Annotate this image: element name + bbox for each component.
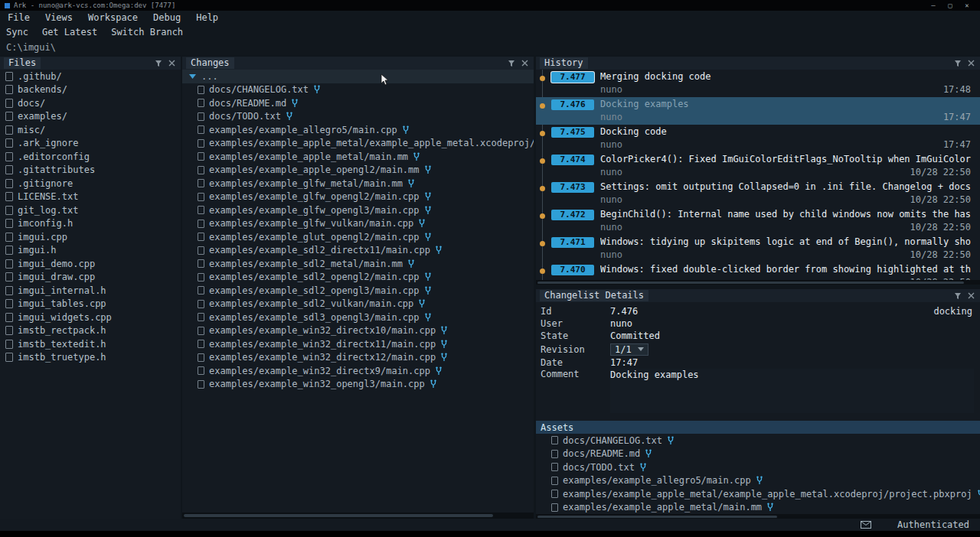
- timeline-dot: [540, 268, 545, 274]
- changelist-details-panel: Changelist Details Id 7.476 docking User…: [536, 289, 980, 421]
- toolbar-button[interactable]: Switch Branch: [111, 27, 183, 37]
- file-tree-item[interactable]: .editorconfig: [0, 150, 181, 164]
- commit-author: nuno: [600, 194, 622, 205]
- file-icon: [5, 259, 13, 268]
- maximize-icon[interactable]: ▢: [942, 2, 959, 9]
- file-name: imstb_rectpack.h: [18, 325, 106, 336]
- asset-path: docs/TODO.txt: [563, 462, 635, 473]
- file-tree-item[interactable]: LICENSE.txt: [0, 190, 181, 204]
- changed-file-row[interactable]: examples/example_glut_opengl2/main.cpp: [182, 230, 534, 244]
- asset-row[interactable]: docs/CHANGELOG.txt: [536, 434, 980, 447]
- changed-file-row[interactable]: examples/example_apple_metal/main.mm: [182, 150, 534, 164]
- changed-file-row[interactable]: examples/example_sdl2_directx11/main.cpp: [182, 244, 534, 258]
- asset-row[interactable]: docs/TODO.txt: [536, 461, 980, 474]
- close-panel-icon[interactable]: [166, 58, 177, 68]
- changed-file-row[interactable]: examples/example_glfw_vulkan/main.cpp: [182, 217, 534, 231]
- file-tree-item[interactable]: imgui_draw.cpp: [0, 271, 181, 285]
- menu-item[interactable]: Help: [196, 12, 218, 23]
- revision-value: 1/1: [615, 344, 632, 355]
- menu-item[interactable]: Workspace: [88, 12, 138, 23]
- file-tree-item[interactable]: backends/: [0, 83, 181, 97]
- files-panel-header: Files: [0, 57, 181, 70]
- changes-root-row[interactable]: ...: [182, 70, 534, 83]
- scrollbar-thumb[interactable]: [537, 516, 777, 518]
- file-tree-item[interactable]: imgui.cpp: [0, 230, 181, 244]
- file-tree-item[interactable]: docs/: [0, 96, 181, 110]
- filter-icon[interactable]: [952, 58, 963, 68]
- file-tree-item[interactable]: .gitignore: [0, 177, 181, 190]
- file-tree-item[interactable]: misc/: [0, 123, 181, 137]
- file-tree-item[interactable]: imgui_demo.cpp: [0, 257, 181, 271]
- changed-file-row[interactable]: examples/example_win32_directx10/main.cp…: [182, 324, 534, 338]
- changed-file-row[interactable]: examples/example_glfw_metal/main.mm: [182, 177, 534, 190]
- menu-item[interactable]: File: [8, 12, 30, 23]
- changed-file-row[interactable]: docs/CHANGELOG.txt: [182, 83, 534, 97]
- history-entry[interactable]: 7.474 ColorPicker4(): Fixed ImGuiColorEd…: [536, 152, 980, 180]
- revision-badge: 7.475: [551, 127, 594, 138]
- file-tree-item[interactable]: git_log.txt: [0, 203, 181, 217]
- asset-row[interactable]: examples/example_apple_metal/main.mm: [536, 501, 980, 515]
- horizontal-scrollbar[interactable]: [536, 280, 980, 285]
- changed-file-row[interactable]: examples/example_glfw_opengl3/main.cpp: [182, 203, 534, 217]
- changed-file-row[interactable]: examples/example_sdl2_metal/main.mm: [182, 257, 534, 271]
- changed-file-row[interactable]: examples/example_sdl2_opengl2/main.cpp: [182, 271, 534, 285]
- changed-file-row[interactable]: examples/example_win32_directx12/main.cp…: [182, 351, 534, 365]
- close-panel-icon[interactable]: [965, 291, 976, 301]
- file-tree-item[interactable]: imstb_truetype.h: [0, 351, 181, 365]
- changed-file-row[interactable]: examples/example_win32_directx9/main.cpp: [182, 364, 534, 378]
- file-tree-item[interactable]: imgui.h: [0, 244, 181, 258]
- file-tree-item[interactable]: imgui_tables.cpp: [0, 298, 181, 311]
- asset-row[interactable]: examples/example_allegro5/main.cpp: [536, 474, 980, 488]
- history-entry[interactable]: 7.475 Docking code nuno 17:47: [536, 125, 980, 152]
- changed-file-row[interactable]: examples/example_sdl2_vulkan/main.cpp: [182, 298, 534, 311]
- changed-file-row[interactable]: examples/example_glfw_opengl2/main.cpp: [182, 190, 534, 204]
- changed-file-row[interactable]: examples/example_apple_metal/example_app…: [182, 137, 534, 151]
- history-entry[interactable]: 7.477 Merging docking code nuno 17:48: [536, 70, 980, 97]
- file-name: imgui_widgets.cpp: [18, 312, 112, 323]
- changed-file-row[interactable]: examples/example_win32_directx11/main.cp…: [182, 337, 534, 351]
- close-panel-icon[interactable]: [965, 58, 976, 68]
- file-tree-item[interactable]: .github/: [0, 70, 181, 83]
- history-entry[interactable]: 7.476 Docking examples nuno 17:47: [536, 97, 980, 125]
- file-tree-item[interactable]: imconfig.h: [0, 217, 181, 231]
- history-entry[interactable]: 7.470 Windows: fixed double-clicked bord…: [536, 262, 980, 280]
- file-tree-item[interactable]: imgui_widgets.cpp: [0, 311, 181, 324]
- file-tree-item[interactable]: imstb_rectpack.h: [0, 324, 181, 338]
- assets-header[interactable]: Assets: [536, 421, 980, 434]
- history-entry[interactable]: 7.471 Windows: tidying up skipitems logi…: [536, 235, 980, 262]
- changed-file-row[interactable]: examples/example_sdl3_opengl3/main.cpp: [182, 311, 534, 324]
- scrollbar-thumb[interactable]: [184, 514, 493, 517]
- changed-file-row[interactable]: examples/example_win32_opengl3/main.cpp: [182, 378, 534, 392]
- changed-file-row[interactable]: docs/TODO.txt: [182, 110, 534, 124]
- filter-icon[interactable]: [506, 58, 517, 68]
- revision-dropdown[interactable]: 1/1: [610, 343, 648, 356]
- file-tree-item[interactable]: .gitattributes: [0, 164, 181, 177]
- close-panel-icon[interactable]: [519, 58, 530, 68]
- file-tree-item[interactable]: examples/: [0, 110, 181, 124]
- asset-row[interactable]: docs/README.md: [536, 447, 980, 461]
- changed-file-row[interactable]: docs/README.md: [182, 96, 534, 110]
- branch-icon: [407, 179, 415, 188]
- filter-icon[interactable]: [952, 291, 963, 301]
- file-tree-item[interactable]: imstb_textedit.h: [0, 337, 181, 351]
- changed-file-path: examples/example_glut_opengl2/main.cpp: [209, 232, 420, 242]
- changed-file-row[interactable]: examples/example_allegro5/main.cpp: [182, 123, 534, 137]
- history-panel: History 7.477 Merging docking code nuno …: [536, 57, 980, 285]
- changed-file-row[interactable]: examples/example_apple_opengl2/main.mm: [182, 164, 534, 177]
- history-entry[interactable]: 7.473 Settings: omit outputing Collapsed…: [536, 180, 980, 207]
- asset-row[interactable]: examples/example_apple_metal/example_app…: [536, 487, 980, 501]
- filter-icon[interactable]: [153, 58, 164, 68]
- history-entry[interactable]: 7.472 BeginChild(): Internal name used b…: [536, 207, 980, 235]
- scrollbar-thumb[interactable]: [537, 282, 964, 284]
- menu-item[interactable]: Views: [45, 12, 73, 23]
- file-tree-item[interactable]: .ark_ignore: [0, 137, 181, 151]
- file-tree-item[interactable]: imgui_internal.h: [0, 284, 181, 298]
- close-icon[interactable]: ✕: [959, 2, 975, 9]
- horizontal-scrollbar[interactable]: [182, 513, 534, 519]
- toolbar-button[interactable]: Get Latest: [42, 27, 97, 37]
- changed-file-row[interactable]: examples/example_sdl2_opengl3/main.cpp: [182, 284, 534, 298]
- file-name: git_log.txt: [18, 205, 78, 216]
- toolbar-button[interactable]: Sync: [6, 27, 28, 37]
- menu-item[interactable]: Debug: [153, 12, 181, 23]
- minimize-icon[interactable]: —: [925, 2, 942, 9]
